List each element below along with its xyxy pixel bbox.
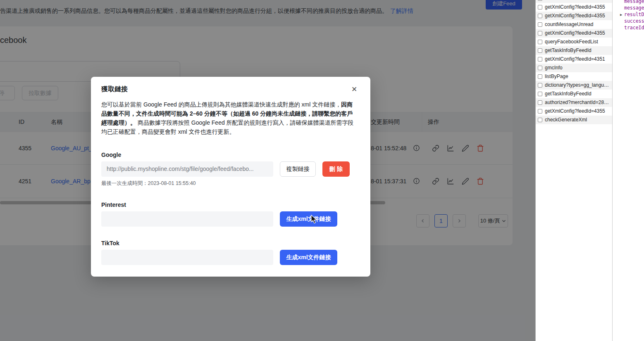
close-icon[interactable]: ✕ <box>349 84 360 95</box>
request-name: getXmlConfig?feedId=4355 <box>545 29 611 38</box>
request-checkbox[interactable] <box>538 66 542 70</box>
request-checkbox[interactable] <box>538 40 542 44</box>
request-checkbox[interactable] <box>538 92 542 96</box>
pinterest-generate-button[interactable]: 生成xml文件鏈接 <box>280 211 337 227</box>
request-name: getXmlConfig?feedId=4355 <box>545 3 611 12</box>
network-request-row[interactable]: authorized?merchantId=28… <box>536 98 612 107</box>
request-checkbox[interactable] <box>538 74 542 79</box>
network-request-row[interactable]: getXmlConfig?feedId=4355 <box>536 29 612 38</box>
network-request-row[interactable]: dictionary?types=gg_langu… <box>536 81 612 90</box>
tiktok-section-label: TikTok <box>101 240 119 246</box>
json-key: message <box>624 5 644 11</box>
network-request-row[interactable]: getXmlConfig?feedId=4355 <box>536 12 612 20</box>
network-request-row[interactable]: getXmlConfig?feedId=4355 <box>536 3 612 12</box>
network-request-row[interactable] <box>536 0 612 3</box>
network-request-row[interactable]: getXmlConfig?feedId=4351 <box>536 55 612 64</box>
request-checkbox[interactable] <box>538 109 542 114</box>
request-checkbox[interactable] <box>538 14 542 18</box>
google-section-label: Google <box>101 152 121 158</box>
request-name: countMessageUnread <box>545 20 611 29</box>
request-checkbox[interactable] <box>538 100 542 105</box>
request-checkbox[interactable] <box>538 5 542 9</box>
request-name: checkGenerateXml <box>545 116 611 124</box>
request-name: getTaskInfoByFeedId <box>545 46 611 55</box>
network-request-row[interactable]: getTaskInfoByFeedId <box>536 90 612 98</box>
request-name: getXmlConfig?feedId=4355 <box>545 107 611 116</box>
panel-divider[interactable] <box>612 0 613 341</box>
request-checkbox[interactable] <box>538 57 542 62</box>
pinterest-section-label: Pinterest <box>101 201 126 208</box>
modal-description: 您可以基於當前 Google Feed 的商品上傳規則為其他媒體渠道快速生成對應… <box>101 100 357 136</box>
request-checkbox[interactable] <box>538 22 542 27</box>
devtools-network-panel: getXmlConfig?feedId=4355 getXmlConfig?fe… <box>535 0 644 341</box>
get-link-modal: 獲取鏈接 ✕ 您可以基於當前 Google Feed 的商品上傳規則為其他媒體渠… <box>91 77 370 277</box>
request-checkbox[interactable] <box>538 48 542 53</box>
request-checkbox[interactable] <box>538 0 542 1</box>
tiktok-xml-url-field[interactable] <box>101 250 273 265</box>
request-name: dictionary?types=gg_langu… <box>545 81 611 90</box>
copy-link-button[interactable]: 複製鏈接 <box>280 161 316 177</box>
network-request-row[interactable]: getTaskInfoByFeedId <box>536 46 612 55</box>
request-name: queryFacebookFeedList <box>545 38 611 46</box>
delete-link-button[interactable]: 刪 除 <box>322 161 350 177</box>
google-xml-url-field[interactable]: http://public.myshopline.com/stg/file/go… <box>101 161 273 177</box>
last-generated-time: 最後一次生成時間：2023-08-01 15:55:40 <box>101 180 196 187</box>
pinterest-xml-url-field[interactable] <box>101 211 273 227</box>
request-name: authorized?merchantId=28… <box>545 98 611 107</box>
network-request-row[interactable]: getXmlConfig?feedId=4355 <box>536 107 612 116</box>
json-key: traceId <box>624 25 644 31</box>
request-checkbox[interactable] <box>538 83 542 88</box>
request-name: getTaskInfoByFeedId <box>545 90 611 98</box>
request-name: gmcInfo <box>545 64 611 72</box>
description-normal: 您可以基於當前 Google Feed 的商品上傳規則為其他媒體渠道快速生成對應… <box>101 101 341 108</box>
network-request-row[interactable]: gmcInfo <box>536 64 612 72</box>
request-checkbox[interactable] <box>538 118 542 122</box>
network-request-row[interactable]: countMessageUnread <box>536 20 612 29</box>
modal-title: 獲取鏈接 <box>101 85 128 94</box>
json-key: resultD <box>624 12 644 17</box>
network-request-row[interactable]: listByPage <box>536 72 612 81</box>
tiktok-generate-button[interactable]: 生成xml文件鏈接 <box>280 250 337 265</box>
request-name: getXmlConfig?feedId=4351 <box>545 55 611 64</box>
json-key: success <box>624 18 644 24</box>
network-request-row[interactable]: queryFacebookFeedList <box>536 38 612 46</box>
description-normal: 商品數據字段將按照 Google Feed 所配置的規則進行寫入，請確保媒體渠道… <box>101 119 354 135</box>
json-key: message <box>624 0 644 4</box>
mouse-cursor <box>311 215 318 224</box>
network-request-row[interactable]: checkGenerateXml <box>536 116 612 124</box>
request-name: listByPage <box>545 72 611 81</box>
request-checkbox[interactable] <box>538 31 542 36</box>
disclosure-triangle-icon[interactable]: ▶ <box>620 13 622 17</box>
request-name: getXmlConfig?feedId=4355 <box>545 12 611 20</box>
